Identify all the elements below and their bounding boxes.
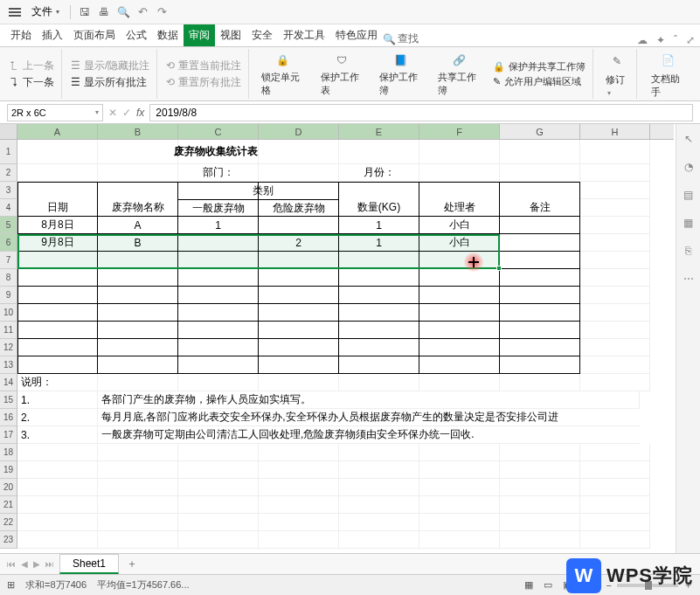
collapse-ribbon-icon[interactable]: ˆ bbox=[674, 34, 677, 46]
undo-icon[interactable]: ↶ bbox=[134, 3, 151, 21]
row-header[interactable]: 23 bbox=[0, 531, 17, 549]
tab-insert[interactable]: 插入 bbox=[37, 24, 68, 46]
row-header[interactable]: 15 bbox=[0, 391, 17, 409]
note-text[interactable]: 一般废弃物可定期由公司清洁工人回收处理,危险废弃物须由安全环保办统一回收. bbox=[98, 426, 640, 444]
row-header[interactable]: 18 bbox=[0, 444, 17, 461]
col-header[interactable]: C bbox=[178, 124, 259, 139]
table-cell[interactable]: 1 bbox=[339, 234, 419, 252]
row-header[interactable]: 1 bbox=[0, 140, 17, 164]
row-header[interactable]: 6 bbox=[0, 234, 17, 252]
month-label[interactable]: 月份： bbox=[339, 164, 419, 182]
next-comment-button[interactable]: ⮧ 下一条 bbox=[9, 75, 54, 90]
save-icon[interactable]: 🖫 bbox=[76, 3, 94, 21]
hdr-name[interactable] bbox=[98, 182, 178, 199]
row-header[interactable]: 20 bbox=[0, 479, 17, 496]
table-cell[interactable]: 9月8日 bbox=[17, 234, 98, 252]
sheet-tab[interactable]: Sheet1 bbox=[59, 554, 119, 574]
select-all-corner[interactable] bbox=[0, 124, 17, 139]
sheet-nav-next-icon[interactable]: ▶ bbox=[33, 559, 40, 569]
row-header[interactable]: 4 bbox=[0, 199, 17, 217]
table-cell[interactable]: 1 bbox=[339, 217, 419, 234]
name-box[interactable]: 2R x 6C ▾ bbox=[7, 104, 103, 121]
tab-layout[interactable]: 页面布局 bbox=[68, 24, 121, 46]
row-header[interactable]: 19 bbox=[0, 461, 17, 479]
row-header[interactable]: 14 bbox=[0, 374, 17, 391]
hamburger-icon[interactable] bbox=[5, 4, 24, 20]
maximize-icon[interactable]: ⤢ bbox=[686, 34, 695, 46]
row-header[interactable]: 11 bbox=[0, 322, 17, 339]
hdr-remark[interactable] bbox=[500, 182, 580, 199]
spreadsheet-grid[interactable]: A B C D E F G H 1 废弃物收集统计表 2 部门： 月份： bbox=[0, 124, 674, 553]
table-cell[interactable]: 小白 bbox=[419, 234, 500, 252]
table-cell[interactable]: 1 bbox=[178, 217, 259, 234]
protect-sheet-button[interactable]: 🛡 保护工作表 bbox=[314, 49, 371, 99]
formula-input[interactable]: 2019/8/8 bbox=[149, 104, 693, 121]
redo-icon[interactable]: ↷ bbox=[153, 3, 170, 21]
col-header[interactable]: G bbox=[500, 124, 580, 139]
sheet-nav-last-icon[interactable]: ⏭ bbox=[45, 559, 54, 569]
tab-review[interactable]: 审阅 bbox=[184, 24, 215, 46]
protect-book-button[interactable]: 📘 保护工作簿 bbox=[372, 49, 429, 99]
tab-special[interactable]: 特色应用 bbox=[330, 24, 383, 46]
row-header[interactable]: 12 bbox=[0, 339, 17, 356]
tab-start[interactable]: 开始 bbox=[5, 24, 37, 46]
row-header[interactable]: 10 bbox=[0, 304, 17, 322]
col-header[interactable]: B bbox=[98, 124, 178, 139]
row-header[interactable]: 16 bbox=[0, 409, 17, 426]
grid-tool-icon[interactable]: ▦ bbox=[681, 215, 697, 231]
revision-button[interactable]: ✎ 修订▾ bbox=[599, 49, 634, 99]
table-cell[interactable]: A bbox=[98, 217, 178, 234]
reset-all-comments-button[interactable]: ⟲ 重置所有批注 bbox=[166, 75, 241, 90]
note-text[interactable]: 各部门产生的废弃物，操作人员应如实填写。 bbox=[98, 391, 570, 409]
row-header[interactable]: 3 bbox=[0, 182, 17, 199]
view-normal-icon[interactable]: ▦ bbox=[524, 579, 533, 591]
row-header[interactable]: 5 bbox=[0, 217, 17, 234]
row-header[interactable]: 21 bbox=[0, 496, 17, 514]
row-header[interactable]: 2 bbox=[0, 164, 17, 182]
lock-cell-button[interactable]: 🔒 锁定单元格 bbox=[254, 49, 311, 99]
row-header[interactable]: 9 bbox=[0, 287, 17, 304]
col-header[interactable]: A bbox=[17, 124, 98, 139]
col-header[interactable]: D bbox=[259, 124, 339, 139]
table-cell[interactable] bbox=[259, 217, 339, 234]
note-text[interactable]: 每月月底,各部门应将此表交安全环保办,安全环保办人员根据废弃物产生的数量决定是否… bbox=[98, 409, 640, 426]
backup-tool-icon[interactable]: ⎘ bbox=[681, 243, 697, 259]
table-title[interactable]: 废弃物收集统计表 bbox=[178, 140, 259, 164]
show-all-comments-button[interactable]: ☰ 显示所有批注 bbox=[71, 75, 149, 90]
file-menu[interactable]: 文件 ▾ bbox=[26, 3, 65, 21]
row-header[interactable]: 17 bbox=[0, 426, 17, 444]
row-header[interactable]: 7 bbox=[0, 252, 17, 269]
note-title[interactable]: 说明： bbox=[17, 374, 98, 391]
col-header[interactable]: E bbox=[339, 124, 419, 139]
tab-dev[interactable]: 开发工具 bbox=[278, 24, 330, 46]
table-cell[interactable]: 2 bbox=[259, 234, 339, 252]
table-cell[interactable]: B bbox=[98, 234, 178, 252]
tab-data[interactable]: 数据 bbox=[152, 24, 184, 46]
tab-view[interactable]: 视图 bbox=[215, 24, 246, 46]
view-page-icon[interactable]: ▭ bbox=[544, 579, 552, 591]
add-sheet-button[interactable]: ＋ bbox=[124, 557, 140, 572]
search-button[interactable]: 🔍 查找 bbox=[383, 31, 419, 46]
protect-share-button[interactable]: 🔒 保护并共享工作簿 bbox=[493, 60, 586, 73]
preview-icon[interactable]: 🔍 bbox=[114, 3, 132, 21]
style-tool-icon[interactable]: ◔ bbox=[681, 159, 697, 175]
doc-assist-button[interactable]: 📄 文档助手 bbox=[644, 48, 691, 100]
table-cell[interactable] bbox=[500, 217, 580, 234]
more-tool-icon[interactable]: ⋯ bbox=[681, 271, 697, 287]
tab-security[interactable]: 安全 bbox=[246, 24, 278, 46]
fx-icon[interactable]: fx bbox=[136, 107, 144, 119]
share-book-button[interactable]: 🔗 共享工作簿 bbox=[431, 49, 488, 99]
fill-handle[interactable] bbox=[496, 266, 502, 271]
table-cell[interactable]: 小白 bbox=[419, 217, 500, 234]
hdr-qty[interactable] bbox=[339, 182, 419, 199]
col-header[interactable]: F bbox=[419, 124, 500, 139]
table-mode-icon[interactable]: ⊞ bbox=[7, 579, 15, 591]
prev-comment-button[interactable]: ⮤ 上一条 bbox=[9, 59, 54, 73]
table-cell[interactable]: 8月8日 bbox=[17, 217, 98, 234]
property-tool-icon[interactable]: ▤ bbox=[681, 187, 697, 203]
row-header[interactable]: 13 bbox=[0, 356, 17, 374]
hdr-date[interactable] bbox=[17, 182, 98, 199]
table-cell[interactable] bbox=[500, 234, 580, 252]
cloud-icon[interactable]: ☁ bbox=[637, 34, 648, 46]
confirm-icon[interactable]: ✓ bbox=[122, 107, 131, 119]
